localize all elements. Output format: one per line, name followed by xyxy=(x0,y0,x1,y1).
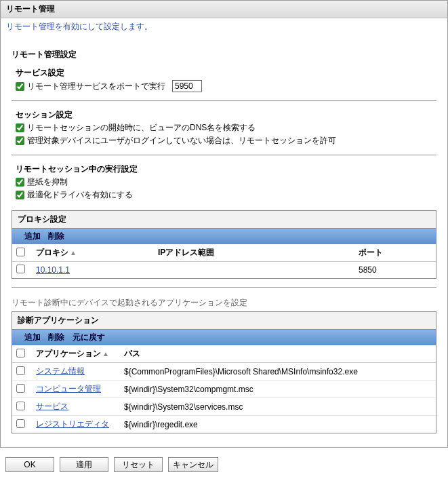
table-row: コンピュータ管理${windir}\System32\compmgmt.msc xyxy=(12,381,436,398)
during-option-1[interactable]: 最適化ドライバを有効にする xyxy=(16,189,133,201)
proxy-delete-action[interactable]: 削除 xyxy=(48,231,64,241)
session-option-0[interactable]: リモートセッションの開始時に、ビューアのDNS名を検索する xyxy=(16,122,256,134)
app-row-checkbox[interactable] xyxy=(16,402,25,410)
during-label-1: 最適化ドライバを有効にする xyxy=(27,189,133,201)
app-row-checkbox[interactable] xyxy=(16,384,25,393)
app-row-checkbox[interactable] xyxy=(16,419,25,428)
proxy-select-all-header[interactable] xyxy=(12,244,32,262)
app-path: ${windir}\System32\services.msc xyxy=(120,398,436,416)
proxy-select-all-checkbox[interactable] xyxy=(16,248,25,256)
apps-note: リモート診断中にデバイスで起動されるアプリケーションを設定 xyxy=(12,297,436,309)
proxy-row-checkbox[interactable] xyxy=(16,265,25,273)
section-heading: リモート管理設定 xyxy=(12,49,436,60)
during-checkbox-1[interactable] xyxy=(16,191,24,199)
proxy-table-title: プロキシ設定 xyxy=(12,211,436,229)
apps-add-action[interactable]: 追加 xyxy=(24,332,41,342)
proxy-ip-range xyxy=(154,262,354,279)
during-checkbox-0[interactable] xyxy=(16,178,24,187)
divider xyxy=(12,287,436,288)
proxy-col-ip-range[interactable]: IPアドレス範囲 xyxy=(154,244,354,262)
table-row: システム情報${CommonProgramFiles}\Microsoft Sh… xyxy=(12,363,436,381)
app-path: ${windir}\regedit.exe xyxy=(120,416,436,433)
apps-table-title: 診断アプリケーション xyxy=(12,312,436,330)
app-link[interactable]: サービス xyxy=(36,402,68,411)
run-on-port-checkbox[interactable]: リモート管理サービスをポートで実行 xyxy=(16,81,165,92)
app-link[interactable]: レジストリエディタ xyxy=(36,419,109,429)
ok-button[interactable]: OK xyxy=(5,457,54,472)
proxy-port: 5850 xyxy=(354,262,436,279)
session-option-1[interactable]: 管理対象デバイスにユーザがログインしていない場合は、リモートセッションを許可 xyxy=(16,135,336,147)
app-path: ${windir}\System32\compmgmt.msc xyxy=(120,381,436,398)
service-heading: サービス設定 xyxy=(12,67,436,79)
apps-select-all-checkbox[interactable] xyxy=(16,349,25,357)
divider xyxy=(12,155,436,155)
table-row: レジストリエディタ${windir}\regedit.exe xyxy=(12,416,436,433)
page-subtitle: リモート管理を有効にして設定します。 xyxy=(1,18,447,38)
during-label-0: 壁紙を抑制 xyxy=(27,176,68,188)
session-label-1: 管理対象デバイスにユーザがログインしていない場合は、リモートセッションを許可 xyxy=(27,135,336,147)
page-title: リモート管理 xyxy=(1,1,447,18)
port-input[interactable] xyxy=(172,80,202,92)
app-link[interactable]: コンピュータ管理 xyxy=(36,384,101,393)
app-path: ${CommonProgramFiles}\Microsoft Shared\M… xyxy=(120,363,436,381)
divider xyxy=(12,100,436,101)
sort-asc-icon: ▲ xyxy=(102,350,109,357)
session-checkbox-0[interactable] xyxy=(16,123,24,132)
session-label-0: リモートセッションの開始時に、ビューアのDNS名を検索する xyxy=(27,122,256,134)
proxy-link[interactable]: 10.10.1.1 xyxy=(36,265,70,275)
run-on-port-check-input[interactable] xyxy=(16,82,24,91)
reset-button[interactable]: リセット xyxy=(114,457,163,472)
apps-col-path[interactable]: パス xyxy=(120,345,436,363)
run-on-port-label: リモート管理サービスをポートで実行 xyxy=(27,81,165,92)
apps-revert-action[interactable]: 元に戻す xyxy=(73,332,105,342)
sort-asc-icon: ▲ xyxy=(70,249,77,256)
table-row: 10.10.1.15850 xyxy=(12,262,436,279)
table-row: サービス${windir}\System32\services.msc xyxy=(12,398,436,416)
during-option-0[interactable]: 壁紙を抑制 xyxy=(16,176,68,188)
proxy-add-action[interactable]: 追加 xyxy=(24,231,41,241)
apps-delete-action[interactable]: 削除 xyxy=(48,332,64,342)
session-checkbox-1[interactable] xyxy=(16,136,24,145)
apps-col-app[interactable]: アプリケーション▲ xyxy=(32,345,120,363)
app-link[interactable]: システム情報 xyxy=(36,366,85,376)
session-heading: セッション設定 xyxy=(12,109,436,121)
proxy-col-port[interactable]: ポート xyxy=(354,244,436,262)
apply-button[interactable]: 適用 xyxy=(60,457,108,472)
apps-select-all-header[interactable] xyxy=(12,345,32,363)
app-row-checkbox[interactable] xyxy=(16,366,25,375)
during-heading: リモートセッション中の実行設定 xyxy=(12,163,436,175)
cancel-button[interactable]: キャンセル xyxy=(168,457,218,472)
proxy-col-proxy[interactable]: プロキシ▲ xyxy=(32,244,154,262)
